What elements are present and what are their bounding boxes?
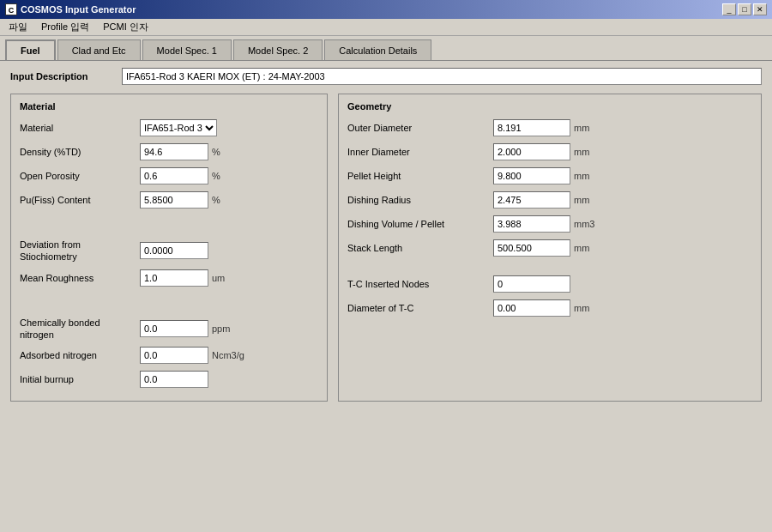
- chem-bonded-label: Chemically bondednitrogen: [20, 317, 140, 342]
- density-row: Density (%TD) %: [20, 142, 318, 161]
- pu-fiss-input[interactable]: [140, 191, 208, 209]
- stack-length-row: Stack Length mm: [347, 239, 752, 257]
- pellet-height-row: Pellet Height mm: [347, 166, 752, 185]
- chem-bonded-row: Chemically bondednitrogen ppm: [20, 317, 318, 342]
- open-porosity-row: Open Porosity %: [20, 166, 318, 185]
- input-description-row: Input Description: [10, 68, 762, 85]
- tc-nodes-row: T-C Inserted Nodes: [347, 275, 752, 293]
- pu-fiss-label: Pu(Fiss) Content: [20, 195, 140, 205]
- diameter-tc-label: Diameter of T-C: [347, 303, 493, 313]
- pellet-height-label: Pellet Height: [347, 171, 493, 181]
- geometry-panel: Geometry Outer Diameter mm Inner Diamete…: [338, 94, 762, 402]
- tab-calculation-details[interactable]: Calculation Details: [324, 39, 431, 60]
- diameter-tc-input[interactable]: [493, 299, 570, 317]
- adsorbed-nitrogen-input[interactable]: [140, 347, 208, 364]
- pellet-height-input[interactable]: [493, 167, 570, 184]
- initial-burnup-input[interactable]: [140, 371, 208, 388]
- material-panel-title: Material: [20, 101, 318, 112]
- dishing-radius-row: Dishing Radius mm: [347, 190, 752, 209]
- stack-length-input[interactable]: [493, 239, 570, 257]
- dishing-volume-label: Dishing Volume / Pellet: [347, 219, 493, 229]
- tab-model-spec-1[interactable]: Model Spec. 1: [142, 39, 232, 60]
- menu-item-profile[interactable]: Profile 입력: [36, 20, 94, 34]
- chem-bonded-input[interactable]: [140, 320, 208, 337]
- adsorbed-nitrogen-unit: Ncm3/g: [212, 350, 244, 360]
- mean-roughness-input[interactable]: [140, 269, 208, 287]
- dishing-volume-row: Dishing Volume / Pellet mm3: [347, 215, 752, 233]
- menu-bar: 파일 Profile 입력 PCMI 인자: [0, 19, 772, 36]
- open-porosity-unit: %: [212, 171, 220, 181]
- tc-nodes-input[interactable]: [493, 275, 570, 293]
- menu-item-file[interactable]: 파일: [3, 20, 33, 34]
- initial-burnup-row: Initial burnup: [20, 370, 318, 389]
- adsorbed-nitrogen-label: Adsorbed nitrogen: [20, 350, 140, 360]
- outer-diameter-row: Outer Diameter mm: [347, 118, 752, 137]
- pu-fiss-row: Pu(Fiss) Content %: [20, 190, 318, 209]
- outer-diameter-label: Outer Diameter: [347, 123, 493, 133]
- material-panel: Material Material IFA651-Rod 3 Density (…: [10, 94, 328, 402]
- dishing-volume-input[interactable]: [493, 215, 570, 233]
- dishing-radius-label: Dishing Radius: [347, 195, 493, 205]
- tab-model-spec-2[interactable]: Model Spec. 2: [233, 39, 323, 60]
- tc-nodes-label: T-C Inserted Nodes: [347, 279, 493, 289]
- chem-bonded-unit: ppm: [212, 323, 230, 334]
- material-select[interactable]: IFA651-Rod 3: [140, 119, 217, 136]
- inner-diameter-row: Inner Diameter mm: [347, 142, 752, 161]
- outer-diameter-input[interactable]: [493, 119, 570, 136]
- material-label: Material: [20, 123, 140, 133]
- tab-clad[interactable]: Clad and Etc: [57, 39, 141, 60]
- panels-row: Material Material IFA651-Rod 3 Density (…: [10, 94, 762, 402]
- deviation-input[interactable]: [140, 242, 208, 259]
- input-description-label: Input Description: [10, 71, 113, 82]
- material-row: Material IFA651-Rod 3: [20, 118, 318, 137]
- open-porosity-label: Open Porosity: [20, 171, 140, 181]
- dishing-radius-input[interactable]: [493, 191, 570, 209]
- title-bar: C COSMOS Input Generator _ □ ✕: [0, 0, 772, 19]
- density-label: Density (%TD): [20, 147, 140, 157]
- minimize-button[interactable]: _: [722, 3, 736, 15]
- open-porosity-input[interactable]: [140, 167, 208, 184]
- tab-fuel[interactable]: Fuel: [5, 39, 56, 60]
- diameter-tc-row: Diameter of T-C mm: [347, 299, 752, 317]
- diameter-tc-unit: mm: [574, 303, 589, 313]
- window-title: COSMOS Input Generator: [21, 4, 136, 15]
- dishing-radius-unit: mm: [574, 195, 589, 205]
- main-content: Input Description Material Material IFA6…: [0, 60, 772, 408]
- pellet-height-unit: mm: [574, 171, 589, 181]
- deviation-label: Deviation fromStiochiometry: [20, 239, 140, 263]
- mean-roughness-unit: um: [212, 273, 225, 283]
- density-unit: %: [212, 147, 220, 157]
- app-icon: C: [5, 3, 17, 15]
- density-input[interactable]: [140, 143, 208, 160]
- inner-diameter-unit: mm: [574, 147, 589, 157]
- mean-roughness-row: Mean Roughness um: [20, 269, 318, 287]
- inner-diameter-input[interactable]: [493, 143, 570, 160]
- input-description-field[interactable]: [122, 68, 762, 85]
- tab-bar: Fuel Clad and Etc Model Spec. 1 Model Sp…: [0, 36, 772, 60]
- maximize-button[interactable]: □: [738, 3, 751, 15]
- outer-diameter-unit: mm: [574, 123, 589, 133]
- close-button[interactable]: ✕: [753, 3, 767, 15]
- pu-fiss-unit: %: [212, 195, 220, 205]
- mean-roughness-label: Mean Roughness: [20, 273, 140, 283]
- geometry-panel-title: Geometry: [347, 101, 752, 112]
- stack-length-unit: mm: [574, 243, 589, 253]
- menu-item-pcmi[interactable]: PCMI 인자: [98, 20, 154, 34]
- initial-burnup-label: Initial burnup: [20, 374, 140, 384]
- dishing-volume-unit: mm3: [574, 219, 594, 229]
- adsorbed-nitrogen-row: Adsorbed nitrogen Ncm3/g: [20, 346, 318, 365]
- stack-length-label: Stack Length: [347, 243, 493, 253]
- deviation-row: Deviation fromStiochiometry: [20, 239, 318, 263]
- inner-diameter-label: Inner Diameter: [347, 147, 493, 157]
